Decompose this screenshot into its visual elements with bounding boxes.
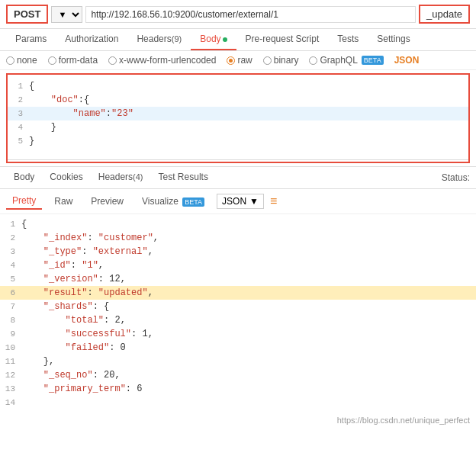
request-tabs: Params Authorization Headers(9) Body Pre… [0,29,476,51]
resp-line-9: 9 "successful": 1, [0,327,476,341]
request-body-box: 1 { 2 "doc":{ 3 "name":"23" 4 } 5 } [6,73,470,163]
request-code-editor[interactable]: 1 { 2 "doc":{ 3 "name":"23" 4 } 5 } [8,76,468,160]
resp-line-12: 12 "_seq_no": 20, [0,368,476,382]
status-label: Status: [442,172,470,183]
tab-headers[interactable]: Headers(9) [127,29,191,50]
method-dropdown[interactable]: ▼ [51,6,82,23]
response-format-row: Pretty Raw Preview Visualize BETA JSON ▼… [0,189,476,214]
url-input[interactable] [85,6,416,23]
visualize-beta-badge: BETA [182,197,204,207]
body-type-row: none form-data x-www-form-urlencoded raw… [0,51,476,70]
tab-body[interactable]: Body [191,29,236,50]
req-line-4: 4 } [8,120,468,134]
json-format-select[interactable]: JSON ▼ [217,194,264,209]
req-line-5: 5 } [8,134,468,148]
resp-line-2: 2 "_index": "customer", [0,231,476,245]
req-line-3: 3 "name":"23" [8,107,468,120]
resp-line-5: 5 "_version": 12, [0,272,476,286]
req-line-1: 1 { [8,79,468,93]
update-label: _update [419,5,470,24]
url-bar: POST ▼ _update [0,0,476,29]
method-label: POST [6,5,48,24]
resp-tab-testresults[interactable]: Test Results [151,167,216,188]
body-type-binary[interactable]: binary [263,55,299,66]
tab-authorization[interactable]: Authorization [56,29,127,50]
resp-line-14: 14 [0,396,476,409]
resp-line-7: 7 "_shards": { [0,300,476,313]
resp-tab-body[interactable]: Body [6,167,42,188]
body-type-raw[interactable]: raw [227,55,252,66]
resp-line-1: 1 { [0,217,476,231]
response-section: Body Cookies Headers(4) Test Results Sta… [0,166,476,428]
resp-tab-cookies[interactable]: Cookies [42,167,90,188]
resp-line-13: 13 "_primary_term": 6 [0,382,476,396]
tab-params[interactable]: Params [6,29,56,50]
graphql-beta-badge: BETA [362,56,384,65]
json-format-label[interactable]: JSON [394,55,420,66]
resp-line-10: 10 "failed": 0 [0,341,476,355]
body-type-urlencoded[interactable]: x-www-form-urlencoded [108,55,216,66]
radio-binary [263,56,272,65]
radio-none [6,56,14,65]
radio-urlencoded [108,56,117,65]
response-tabs: Body Cookies Headers(4) Test Results Sta… [0,167,476,189]
resp-line-3: 3 "_type": "external", [0,245,476,259]
resp-line-8: 8 "total": 2, [0,313,476,327]
tab-tests[interactable]: Tests [328,29,368,50]
radio-formdata [48,56,56,65]
resp-format-pretty[interactable]: Pretty [6,193,42,210]
response-body: 1 { 2 "_index": "customer", 3 "_type": "… [0,214,476,413]
resp-format-raw[interactable]: Raw [48,194,79,209]
resp-format-preview[interactable]: Preview [85,194,130,209]
body-type-formdata[interactable]: form-data [48,55,98,66]
body-dot [223,37,227,42]
resp-format-visualize[interactable]: Visualize BETA [136,194,211,209]
body-type-none[interactable]: none [6,55,37,66]
resp-tab-headers[interactable]: Headers(4) [91,167,151,188]
req-line-2: 2 "doc":{ [8,93,468,107]
tab-prerequest[interactable]: Pre-request Script [236,29,329,50]
radio-graphql [309,56,317,65]
tab-settings[interactable]: Settings [368,29,419,50]
resp-line-4: 4 "_id": "1", [0,259,476,272]
watermark: https://blog.csdn.net/unique_perfect [0,413,476,428]
wrap-icon[interactable]: ≡ [270,194,277,208]
resp-line-11: 11 }, [0,355,476,368]
resp-line-6: 6 "result": "updated", [0,286,476,300]
radio-raw [227,56,235,65]
body-type-graphql[interactable]: GraphQL BETA [309,55,383,66]
